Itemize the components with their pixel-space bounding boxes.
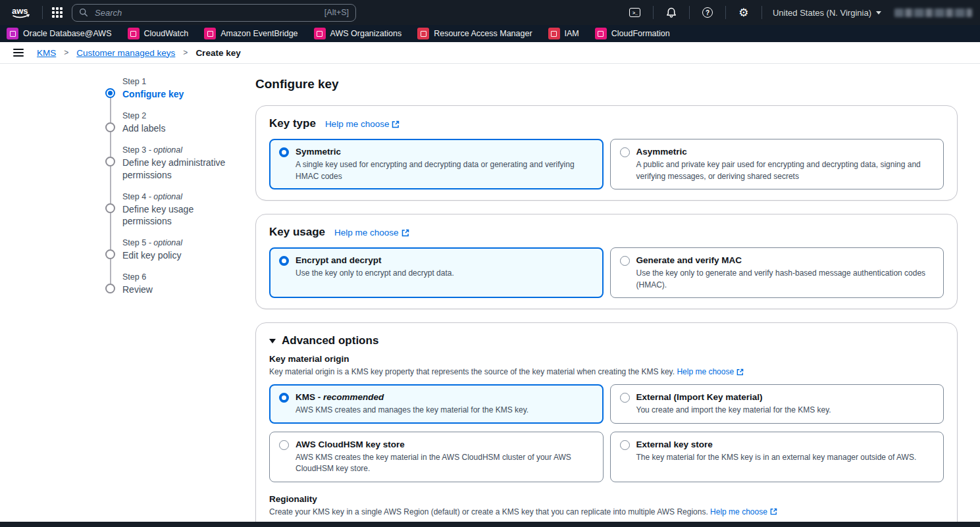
console-footer-bar [0,522,980,527]
wizard-steps-nav: Step 1 Configure key Step 2 Add labels [105,73,255,527]
aws-logo[interactable]: aws [8,5,36,20]
region-selector[interactable]: United States (N. Virginia) [770,8,884,18]
step-optional-tag: - optional [149,238,182,247]
top-navigation-bar: aws [Alt+S] United States (N. Virginia) [0,0,980,25]
favorite-amazon-eventbridge[interactable]: Amazon EventBridge [204,28,297,39]
help-link-label: Help me choose [325,119,390,129]
divider [725,6,726,19]
option-title: External key store [636,439,917,451]
favorite-label: Oracle Database@AWS [23,29,112,38]
option-generate-verify-mac[interactable]: Generate and verify MAC Use the key only… [610,247,944,298]
step-2-indicator [105,122,115,132]
step-5-link[interactable]: Edit key policy [122,249,182,262]
external-link-icon [736,368,744,376]
wizard-step-6: Step 6 Review [105,272,255,307]
divider [689,6,690,19]
option-title: Generate and verify MAC [636,255,935,266]
chevron-down-icon [876,11,881,14]
option-desc: Use the key only to generate and verify … [636,268,935,291]
step-1-indicator [105,88,115,98]
regionality-help-link[interactable]: Help me choose [710,506,777,518]
option-aws-cloudhsm-key-store[interactable]: AWS CloudHSM key store AWS KMS creates t… [269,432,604,482]
option-asymmetric[interactable]: Asymmetric A public and private key pair… [610,139,944,189]
option-title: Symmetric [296,146,594,158]
global-search[interactable]: [Alt+S] [72,4,356,22]
key-material-origin-label: Key material origin [269,354,944,364]
notifications-bell-icon[interactable] [661,4,681,21]
step-3-link[interactable]: Define key administrative permissions [122,157,244,182]
key-usage-help-link[interactable]: Help me choose [334,228,409,238]
favorite-label: Amazon EventBridge [220,29,297,38]
radio-kms-checked [279,393,289,403]
help-link-label: Help me choose [677,366,734,378]
favorite-label: CloudFormation [611,29,670,38]
account-menu-redacted[interactable] [894,9,972,17]
favorite-aws-organizations[interactable]: AWS Organizations [314,28,402,39]
option-encrypt-and-decrypt[interactable]: Encrypt and decrypt Use the key only to … [269,247,604,298]
page-title: Configure key [255,77,958,91]
favorite-label: AWS Organizations [330,29,402,38]
favorite-label: CloudWatch [144,29,189,38]
step-2-link[interactable]: Add labels [122,122,165,135]
iam-icon [548,28,560,39]
favorite-label: IAM [565,29,579,38]
option-title: KMS - [296,392,323,402]
breadcrumb-separator: > [64,48,68,57]
option-kms-recommended[interactable]: KMS - recommended AWS KMS creates and ma… [269,384,604,424]
step-1-link[interactable]: Configure key [122,88,184,101]
help-icon[interactable] [698,4,717,21]
radio-external-import [620,393,630,403]
option-external-import-key-material[interactable]: External (Import Key material) You creat… [610,384,944,424]
breadcrumb-separator: > [183,48,188,57]
breadcrumb-current-page: Create key [195,48,240,58]
radio-generate-verify-mac [620,256,630,266]
option-desc: AWS KMS creates and manages the key mate… [296,405,529,416]
step-6-link[interactable]: Review [122,284,153,296]
help-link-label: Help me choose [710,506,767,518]
key-type-help-link[interactable]: Help me choose [325,119,400,129]
wizard-step-2: Step 2 Add labels [105,111,255,145]
services-grid-icon[interactable] [49,5,65,20]
settings-gear-icon[interactable] [734,4,754,21]
organizations-icon [314,28,326,39]
wizard-step-1: Step 1 Configure key [105,77,255,111]
option-title: AWS CloudHSM key store [296,439,594,451]
divider [42,6,43,19]
breadcrumb: KMS > Customer managed keys > Create key [0,42,980,64]
key-type-card: Key type Help me choose Symmetric A sing… [255,105,958,201]
search-icon [79,8,88,17]
radio-asymmetric [620,147,630,157]
step-3-indicator [105,157,115,166]
favorite-iam[interactable]: IAM [548,28,579,39]
advanced-options-card: Advanced options Key material origin Key… [255,322,958,527]
favorite-cloudformation[interactable]: CloudFormation [595,28,670,39]
favorite-cloudwatch[interactable]: CloudWatch [128,28,189,39]
side-menu-hamburger-icon[interactable] [12,46,25,59]
search-shortcut-hint: [Alt+S] [324,8,349,17]
step-4-link[interactable]: Define key usage permissions [122,203,244,228]
step-5-indicator [105,249,115,259]
option-desc: A single key used for encrypting and dec… [296,159,594,182]
key-material-origin-help-link[interactable]: Help me choose [677,366,744,378]
option-title-emphasis: recommended [323,392,384,402]
search-input[interactable] [93,7,319,18]
option-external-key-store[interactable]: External key store The key material for … [610,432,944,482]
cloudshell-icon[interactable] [625,4,645,21]
wizard-step-4: Step 4 - optional Define key usage permi… [105,192,255,239]
radio-encrypt-decrypt-checked [279,256,289,266]
step-eyebrow: Step 5 [122,238,146,247]
radio-cloudhsm [279,440,289,450]
option-desc: A public and private key pair used for e… [636,159,935,182]
eventbridge-icon [204,28,216,39]
advanced-options-toggle[interactable]: Advanced options [269,334,944,347]
key-type-title: Key type [269,117,316,130]
breadcrumb-customer-managed-keys-link[interactable]: Customer managed keys [76,48,175,58]
caret-down-icon [269,339,276,343]
key-usage-title: Key usage [269,226,325,239]
breadcrumb-kms-link[interactable]: KMS [37,48,56,58]
favorite-oracle-database-aws[interactable]: Oracle Database@AWS [7,28,112,39]
key-usage-card: Key usage Help me choose Encrypt and dec… [255,214,958,309]
external-link-icon [770,508,777,515]
option-symmetric[interactable]: Symmetric A single key used for encrypti… [269,139,604,189]
favorite-resource-access-manager[interactable]: Resource Access Manager [417,28,532,39]
